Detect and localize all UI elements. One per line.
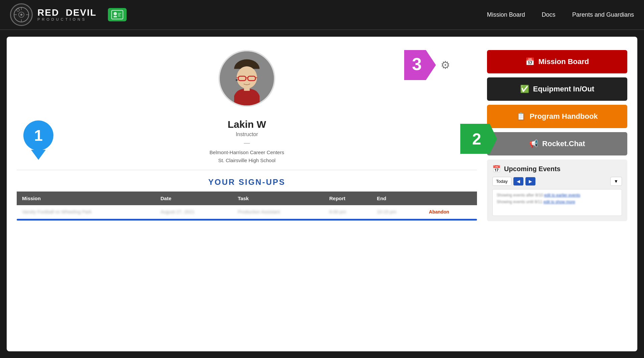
svg-point-10: [114, 12, 117, 15]
signups-table: Mission Date Task Report End Varsity Foo…: [17, 192, 477, 219]
cell-report: 6:00 pm: [324, 205, 371, 219]
mission-board-button[interactable]: 📅 Mission Board: [487, 50, 627, 73]
avatar: [218, 50, 275, 107]
view-dropdown[interactable]: ▼: [610, 177, 622, 186]
user-divider: —: [244, 139, 250, 146]
svg-rect-13: [118, 14, 120, 15]
events-list: Showing events after 8/10 edit to earlie…: [492, 189, 622, 216]
col-end: End: [371, 192, 424, 205]
col-task: Task: [232, 192, 324, 205]
cell-end: 10:15 pm: [371, 205, 424, 219]
calendar-icon: 📅: [525, 57, 534, 66]
user-school: Belmont-Harrison Career Centers St. Clai…: [209, 148, 284, 164]
svg-point-7: [17, 9, 19, 11]
site-header: RED DEVIL PRODUCTIONS Mission Board Docs…: [0, 0, 644, 30]
user-name: Lakin W: [227, 119, 266, 130]
id-card-icon[interactable]: [108, 8, 127, 21]
rocketchat-button[interactable]: 📢 Rocket.Chat: [487, 132, 627, 155]
event-item-1: Showing events after 8/10 edit to earlie…: [497, 193, 618, 198]
mission-board-label: Mission Board: [538, 57, 589, 66]
event-item-2: Showing events until 8/11 edit to show m…: [497, 200, 618, 204]
pin-badge-1: 1: [23, 117, 53, 154]
user-role: Instructor: [236, 131, 258, 137]
check-icon: ✅: [520, 85, 529, 93]
megaphone-icon: 📢: [529, 139, 538, 148]
svg-point-25: [236, 79, 238, 81]
equipment-label: Equipment In/Out: [533, 85, 594, 93]
logo-brand: RED DEVIL: [37, 8, 97, 17]
upcoming-events-panel: 📅 Upcoming Events Today ◀ ▶ ▼ Showing ev…: [487, 159, 627, 221]
svg-rect-26: [244, 87, 250, 91]
svg-text:3: 3: [412, 54, 422, 74]
next-button[interactable]: ▶: [525, 177, 535, 186]
logo-productions: PRODUCTIONS: [37, 17, 97, 21]
right-sidebar: 📅 Mission Board ✅ Equipment In/Out 📋 Pro…: [487, 50, 627, 341]
event-link-1[interactable]: edit to earlier events: [544, 193, 580, 198]
abandon-button[interactable]: Abandon: [424, 205, 477, 219]
signups-section: 1 2 YOUR SIGN-UPS Mission: [17, 173, 477, 221]
rocketchat-label: Rocket.Chat: [542, 139, 585, 148]
col-action: [424, 192, 477, 205]
table-row: Varsity Football vs Wheeling Park August…: [17, 205, 477, 219]
handbook-label: Program Handbook: [529, 112, 598, 121]
handbook-button[interactable]: 📋 Program Handbook: [487, 105, 627, 128]
logo-icon: [10, 3, 33, 26]
svg-rect-12: [118, 13, 121, 14]
prev-button[interactable]: ◀: [513, 177, 523, 186]
cell-task: Production Assistant: [232, 205, 324, 219]
logo-text: RED DEVIL PRODUCTIONS: [37, 8, 97, 21]
cell-date: August 27, 2021: [155, 205, 232, 219]
badge-3-area: 3 ⚙: [404, 50, 450, 80]
pin-1-circle: 1: [23, 120, 53, 150]
signups-heading: YOUR SIGN-UPS: [17, 177, 477, 187]
badge-2-area: 2: [460, 124, 497, 154]
logo-area: RED DEVIL PRODUCTIONS: [10, 3, 487, 26]
profile-divider: [17, 170, 477, 170]
svg-rect-11: [114, 16, 117, 17]
nav-mission-board[interactable]: Mission Board: [487, 11, 525, 18]
avatar-container: [218, 50, 275, 107]
today-button[interactable]: Today: [492, 177, 511, 186]
calendar-events-icon: 📅: [492, 165, 501, 173]
badge-3: 3: [404, 50, 436, 80]
col-date: Date: [155, 192, 232, 205]
nav-docs[interactable]: Docs: [542, 11, 555, 18]
cell-mission: Varsity Football vs Wheeling Park: [17, 205, 155, 219]
nav-parents-guardians[interactable]: Parents and Guardians: [572, 11, 634, 18]
col-mission: Mission: [17, 192, 155, 205]
main-content: 3 ⚙ Lakin W Instructor — Belmont-Harriso…: [7, 37, 637, 351]
table-header-row: Mission Date Task Report End: [17, 192, 477, 205]
upcoming-events-title: 📅 Upcoming Events: [492, 165, 622, 173]
event-link-2[interactable]: edit to show more: [543, 200, 575, 204]
calendar-nav: Today ◀ ▶ ▼: [492, 177, 622, 186]
svg-rect-14: [118, 16, 121, 16]
settings-gear-icon[interactable]: ⚙: [441, 59, 450, 71]
book-icon: 📋: [516, 112, 525, 121]
svg-point-2: [20, 14, 22, 16]
svg-rect-9: [112, 10, 123, 19]
col-report: Report: [324, 192, 371, 205]
main-nav: Mission Board Docs Parents and Guardians: [487, 11, 634, 18]
table-bottom-bar: [17, 219, 477, 221]
center-area: 3 ⚙ Lakin W Instructor — Belmont-Harriso…: [17, 50, 477, 341]
equipment-button[interactable]: ✅ Equipment In/Out: [487, 77, 627, 101]
badge-2: 2: [460, 124, 497, 154]
